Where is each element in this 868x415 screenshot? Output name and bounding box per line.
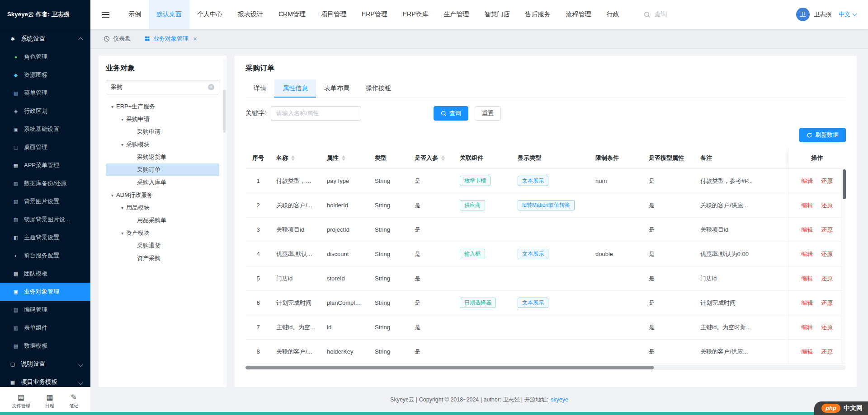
- sidebar-item-16[interactable]: ▥表单组件: [0, 319, 90, 337]
- top-nav-item-5[interactable]: 项目管理: [313, 0, 354, 29]
- top-nav-item-8[interactable]: 生产管理: [436, 0, 476, 29]
- column-header-name[interactable]: 名称: [271, 148, 321, 169]
- open-tab-1[interactable]: 业务对象管理×: [137, 29, 204, 49]
- sidebar-item-2[interactable]: ◆资源图标: [0, 66, 90, 84]
- edit-link[interactable]: 编辑: [801, 299, 813, 306]
- top-nav-item-3[interactable]: 报表设计: [230, 0, 271, 29]
- sidebar-quick-item-1[interactable]: ▦日程: [45, 393, 54, 409]
- caret-down-icon[interactable]: ▾: [121, 142, 123, 147]
- detail-tab-0[interactable]: 详情: [245, 79, 274, 98]
- restore-link[interactable]: 还原: [821, 299, 833, 306]
- sort-icon[interactable]: [342, 155, 345, 161]
- top-nav-item-10[interactable]: 售后服务: [517, 0, 558, 29]
- tree-node-0[interactable]: ▾ERP+生产服务: [106, 100, 219, 113]
- sidebar-item-14[interactable]: ▣业务对象管理: [0, 283, 90, 301]
- sidebar-item-5[interactable]: ▣系统基础设置: [0, 120, 90, 138]
- edit-link[interactable]: 编辑: [801, 226, 813, 233]
- top-nav-item-11[interactable]: 流程管理: [558, 0, 599, 29]
- restore-link[interactable]: 还原: [821, 177, 833, 184]
- global-search[interactable]: 查询: [644, 0, 667, 29]
- sidebar-quick-item-0[interactable]: ▤文件管理: [12, 393, 30, 409]
- column-header-inparam[interactable]: 是否入参: [409, 148, 454, 169]
- sort-icon[interactable]: [291, 155, 295, 161]
- top-nav-item-12[interactable]: 行政: [599, 0, 627, 29]
- sidebar-item-12[interactable]: ◐前台服务配置: [0, 247, 90, 265]
- query-button[interactable]: 查询: [434, 106, 468, 121]
- top-nav-item-4[interactable]: CRM管理: [271, 0, 313, 29]
- user-name[interactable]: 卫志强: [814, 10, 831, 19]
- restore-link[interactable]: 还原: [821, 348, 833, 355]
- sidebar-item-8[interactable]: ▥数据库备份/还原: [0, 174, 90, 192]
- sidebar-item-13[interactable]: ▩团队模板: [0, 265, 90, 283]
- tree-node-4[interactable]: 采购退货单: [106, 151, 219, 163]
- sidebar-group-0[interactable]: ✱系统设置: [0, 30, 90, 48]
- sidebar-quick-item-2[interactable]: ✎笔记: [69, 393, 78, 409]
- edit-link[interactable]: 编辑: [801, 202, 813, 209]
- top-nav-item-7[interactable]: ERP仓库: [395, 0, 436, 29]
- sidebar-item-7[interactable]: ▦APP菜单管理: [0, 156, 90, 174]
- tree-node-12[interactable]: 资产采购: [106, 252, 219, 265]
- horizontal-scrollbar[interactable]: [245, 365, 846, 370]
- edit-link[interactable]: 编辑: [801, 177, 813, 184]
- sidebar-item-11[interactable]: ◧主题背景设置: [0, 228, 90, 247]
- detail-tab-2[interactable]: 表单布局: [316, 79, 358, 98]
- tree-node-1[interactable]: ▾采购申请: [106, 113, 219, 126]
- top-nav-item-2[interactable]: 个人中心: [189, 0, 230, 29]
- sidebar-item-17[interactable]: ▧数据模板: [0, 337, 90, 355]
- top-nav-item-6[interactable]: ERP管理: [354, 0, 395, 29]
- sidebar-item-3[interactable]: ▤菜单管理: [0, 84, 90, 102]
- tree-node-3[interactable]: ▾采购模块: [106, 138, 219, 151]
- restore-link[interactable]: 还原: [821, 226, 833, 233]
- brand-logo[interactable]: Skyeye云 作者: 卫志强: [0, 0, 90, 29]
- vertical-scrollbar[interactable]: [842, 168, 846, 364]
- tree-node-6[interactable]: 采购入库单: [106, 176, 219, 189]
- tree-node-7[interactable]: ▾ADM行政服务: [106, 189, 219, 201]
- caret-down-icon[interactable]: ▾: [111, 104, 113, 109]
- restore-link[interactable]: 还原: [821, 202, 833, 209]
- tree-node-9[interactable]: 用品采购单: [106, 214, 219, 227]
- tree-search-input[interactable]: 采购 ×: [106, 80, 219, 94]
- caret-down-icon[interactable]: ▾: [121, 117, 123, 122]
- tree-node-11[interactable]: 采购退货: [106, 239, 219, 252]
- column-header-attr[interactable]: 属性: [321, 148, 369, 169]
- edit-link[interactable]: 编辑: [801, 251, 813, 257]
- detail-tab-1[interactable]: 属性信息: [274, 79, 316, 98]
- sidebar-item-9[interactable]: ▧背景图片设置: [0, 192, 90, 210]
- caret-down-icon[interactable]: ▾: [111, 193, 113, 198]
- tree-node-2[interactable]: 采购申请: [106, 126, 219, 138]
- tree-node-5[interactable]: 采购订单: [106, 163, 219, 176]
- edit-link[interactable]: 编辑: [801, 348, 813, 355]
- tree-scrollbar-thumb[interactable]: [223, 90, 226, 133]
- footer-link[interactable]: skyeye: [551, 396, 568, 403]
- sort-icon[interactable]: [441, 155, 445, 161]
- language-selector[interactable]: 中文: [839, 0, 868, 29]
- open-tab-0[interactable]: 仪表盘: [97, 29, 137, 49]
- close-icon[interactable]: ×: [193, 35, 197, 42]
- refresh-data-button[interactable]: 刷新数据: [799, 128, 846, 142]
- sidebar-item-1[interactable]: ●角色管理: [0, 48, 90, 66]
- keyword-input[interactable]: 请输入名称/属性: [271, 106, 361, 121]
- horizontal-scrollbar-thumb[interactable]: [245, 366, 654, 369]
- hamburger-menu-button[interactable]: [90, 0, 121, 29]
- reset-button[interactable]: 重置: [475, 106, 501, 121]
- top-nav-item-9[interactable]: 智慧门店: [476, 0, 517, 29]
- avatar[interactable]: 卫: [796, 8, 810, 21]
- edit-link[interactable]: 编辑: [801, 324, 813, 331]
- tree-scrollbar[interactable]: [223, 58, 226, 384]
- restore-link[interactable]: 还原: [821, 275, 833, 282]
- restore-link[interactable]: 还原: [821, 324, 833, 331]
- edit-link[interactable]: 编辑: [801, 275, 813, 282]
- tree-node-8[interactable]: ▾用品模块: [106, 201, 219, 214]
- caret-down-icon[interactable]: ▾: [121, 205, 123, 210]
- restore-link[interactable]: 还原: [821, 251, 833, 257]
- sidebar-item-10[interactable]: ▨锁屏背景图片设...: [0, 210, 90, 228]
- detail-tab-3[interactable]: 操作按钮: [358, 79, 399, 98]
- sidebar-group-19[interactable]: ▦项目业务模板: [0, 373, 90, 387]
- sidebar-item-15[interactable]: ▤编码管理: [0, 301, 90, 319]
- clear-icon[interactable]: ×: [208, 84, 214, 90]
- sidebar-item-6[interactable]: ▢桌面管理: [0, 138, 90, 156]
- top-nav-item-1[interactable]: 默认桌面: [149, 0, 189, 29]
- tree-node-10[interactable]: ▾资产模块: [106, 227, 219, 239]
- vertical-scrollbar-thumb[interactable]: [843, 169, 846, 199]
- top-nav-item-0[interactable]: 示例: [121, 0, 149, 29]
